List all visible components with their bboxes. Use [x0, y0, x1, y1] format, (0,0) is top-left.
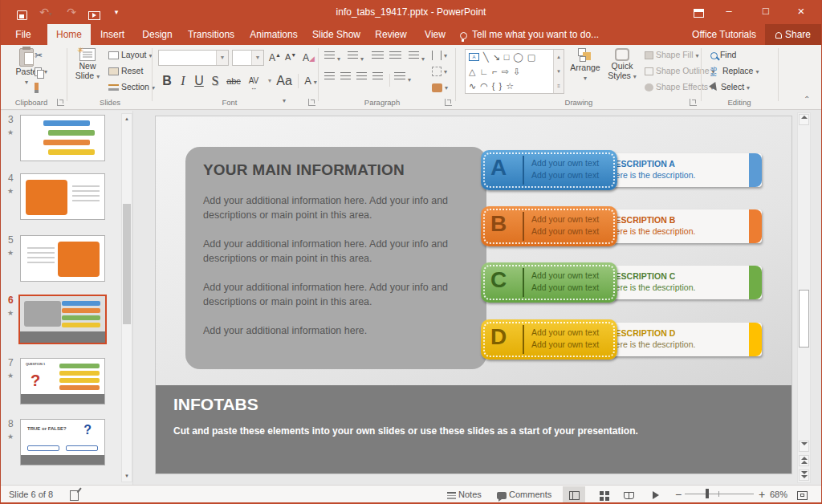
section-button[interactable]: Section ▾	[108, 82, 155, 94]
collapse-ribbon-button[interactable]: ⌃	[804, 95, 810, 107]
customize-qat-button[interactable]: ▾	[107, 4, 126, 20]
align-text-button[interactable]: ▾	[432, 66, 447, 78]
scroll-up-icon[interactable]: ▲	[122, 114, 132, 124]
share-button[interactable]: Share	[765, 24, 821, 45]
tab-plate[interactable]: C Add your own textAdd your own text	[481, 262, 617, 303]
office-tutorials-button[interactable]: Office Tutorials	[685, 24, 763, 45]
zoom-out-button[interactable]: −	[675, 486, 682, 503]
next-slide-button[interactable]	[799, 469, 809, 481]
paragraph-dialog-launcher[interactable]	[445, 99, 452, 106]
shape-effects-button[interactable]: Shape Effects ▾	[645, 82, 714, 94]
scrollbar-thumb[interactable]	[799, 290, 809, 348]
fit-to-window-button[interactable]	[797, 486, 808, 503]
bold-button[interactable]: B	[160, 72, 174, 90]
main-information-box[interactable]: YOUR MAIN INFORMATION Add your additiona…	[185, 147, 486, 369]
replace-button[interactable]: abac Replace ▾	[710, 66, 759, 78]
tab-home[interactable]: Home	[47, 24, 91, 45]
cut-button[interactable]: ✂	[35, 50, 43, 62]
tab-animations[interactable]: Animations	[242, 24, 306, 45]
previous-slide-button[interactable]	[799, 455, 809, 466]
slide-indicator[interactable]: Slide 6 of 8	[9, 486, 53, 503]
select-button[interactable]: Select ▾	[710, 82, 750, 94]
clipboard-dialog-launcher[interactable]	[57, 99, 64, 106]
layout-button[interactable]: Layout ▾	[108, 50, 152, 62]
info-tab-b[interactable]: DESCRIPTION B Here is the description. B…	[481, 206, 762, 246]
tab-file[interactable]: File	[1, 24, 46, 45]
shapes-gallery[interactable]: A ╲ ↘ □ ◯ ▢ △ ∟ ⌐ ⇨ ⇩ ∿ ◠ { } ☆ ▲▼≡	[465, 49, 564, 94]
tell-me-box[interactable]: Tell me what you want to do...	[460, 24, 621, 45]
character-spacing-dropdown-icon[interactable]: ▾	[264, 72, 275, 90]
arrange-button[interactable]: Arrange▾	[568, 48, 603, 82]
increase-font-size-button[interactable]: A▲	[269, 52, 281, 64]
scroll-down-button[interactable]	[799, 441, 809, 452]
slide-thumbnail-7[interactable]: QUESTION 1 ?	[20, 358, 105, 404]
start-slideshow-button[interactable]	[84, 4, 104, 20]
slide-sorter-view-button[interactable]	[590, 486, 612, 502]
slide-thumbnail-6-selected[interactable]	[18, 295, 107, 344]
drawing-dialog-launcher[interactable]	[690, 99, 697, 106]
tab-review[interactable]: Review	[367, 24, 415, 45]
tab-slide-show[interactable]: Slide Show	[306, 24, 367, 45]
zoom-slider-thumb[interactable]	[706, 489, 709, 498]
reset-button[interactable]: Reset	[108, 66, 143, 78]
text-shadow-button[interactable]: S	[208, 72, 222, 90]
slide-show-view-button[interactable]	[645, 486, 667, 502]
slide-area-scrollbar[interactable]	[797, 112, 811, 483]
slide-thumbnail-5[interactable]	[20, 235, 105, 282]
shapes-gallery-scrollbar[interactable]: ▲▼≡	[553, 50, 564, 93]
scroll-up-button[interactable]	[799, 114, 809, 125]
line-spacing-button[interactable]: ▾	[409, 51, 425, 63]
format-painter-button[interactable]	[35, 82, 39, 94]
tab-design[interactable]: Design	[134, 24, 181, 45]
convert-smartart-button[interactable]: ▾	[432, 82, 448, 94]
align-right-button[interactable]	[356, 72, 367, 84]
slide-thumbnail-3[interactable]	[20, 115, 105, 161]
zoom-in-button[interactable]: +	[759, 486, 765, 503]
scrollbar-thumb[interactable]	[123, 204, 131, 324]
redo-button[interactable]: ↷	[62, 4, 81, 20]
info-tab-a[interactable]: DESCRIPTION A Here is the description. A…	[481, 150, 762, 190]
tab-plate[interactable]: D Add your own textAdd your own text	[481, 319, 617, 360]
spell-check-button[interactable]	[70, 486, 79, 503]
tab-insert[interactable]: Insert	[91, 24, 134, 45]
undo-button[interactable]: ↶▾	[36, 4, 55, 20]
quick-styles-button[interactable]: QuickStyles ▾	[604, 48, 640, 80]
copy-button[interactable]: ▾	[35, 66, 47, 78]
info-tab-c[interactable]: DESCRIPTION C Here is the description. C…	[481, 262, 762, 303]
slide-thumbnail-8[interactable]: TRUE or FALSE? ?	[20, 419, 105, 465]
zoom-level[interactable]: 68%	[770, 486, 787, 503]
tab-plate[interactable]: B Add your own textAdd your own text	[481, 206, 617, 246]
clear-formatting-button[interactable]: A◢	[303, 52, 315, 64]
thumbnail-panel-scrollbar[interactable]: ▲ ▼	[121, 113, 132, 482]
description-card-a[interactable]: DESCRIPTION A Here is the description.	[596, 153, 762, 187]
italic-button[interactable]: I	[176, 72, 190, 90]
font-dialog-launcher[interactable]	[308, 99, 315, 106]
font-name-combobox[interactable]: ▼	[158, 50, 229, 66]
ribbon-display-options-button[interactable]	[683, 0, 714, 24]
character-spacing-button[interactable]: AV↔	[245, 72, 262, 90]
strikethrough-button[interactable]: abc	[224, 72, 243, 90]
description-card-b[interactable]: DESCRIPTION B Here is the description.	[596, 209, 762, 243]
reading-view-button[interactable]	[617, 486, 640, 502]
font-size-combobox[interactable]: ▼	[232, 50, 264, 66]
close-button[interactable]: ×	[786, 0, 816, 24]
comments-toggle-button[interactable]: Comments	[497, 486, 551, 503]
normal-view-button[interactable]	[563, 486, 585, 502]
underline-button[interactable]: U	[192, 72, 206, 90]
decrease-font-size-button[interactable]: A▼	[285, 52, 296, 64]
numbering-button[interactable]: ▾	[348, 51, 364, 63]
info-tab-d[interactable]: DESCRIPTION D Here is the description. D…	[481, 319, 762, 360]
shape-fill-button[interactable]: Shape Fill ▾	[645, 50, 699, 62]
notes-toggle-button[interactable]: Notes	[447, 486, 482, 503]
save-button[interactable]	[12, 4, 31, 20]
change-case-button[interactable]: Aa ▾	[275, 72, 293, 90]
zoom-slider[interactable]	[685, 494, 754, 504]
new-slide-button[interactable]: ✳ NewSlide ▾	[70, 48, 105, 80]
tab-transitions[interactable]: Transitions	[181, 24, 242, 45]
scroll-down-icon[interactable]: ▼	[122, 471, 132, 482]
description-card-c[interactable]: DESCRIPTION C Here is the description.	[596, 266, 762, 299]
justify-button[interactable]	[372, 72, 383, 84]
find-button[interactable]: Find	[710, 50, 736, 62]
columns-button[interactable]: ▾	[394, 72, 411, 84]
maximize-button[interactable]: □	[751, 0, 781, 24]
